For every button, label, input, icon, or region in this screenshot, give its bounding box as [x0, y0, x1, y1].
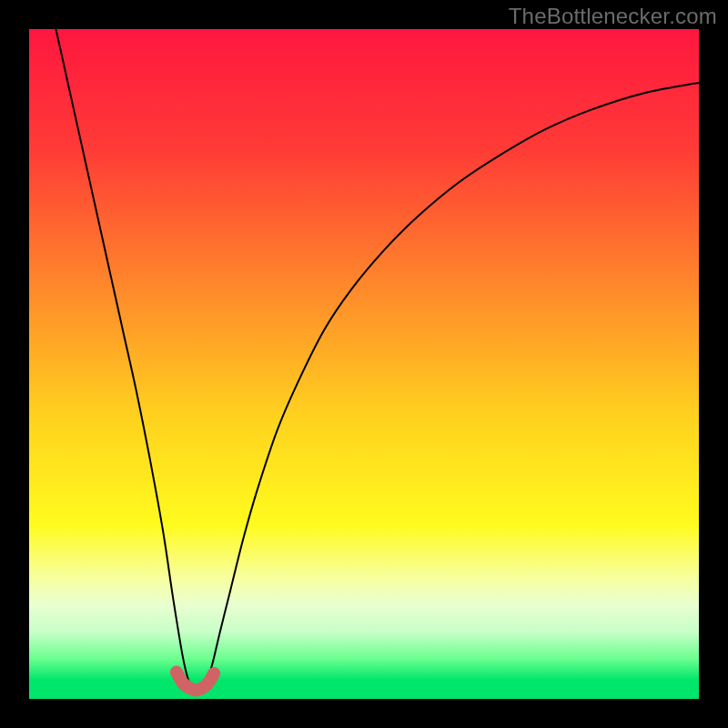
bottleneck-chart	[29, 29, 699, 699]
plot-area	[29, 29, 699, 699]
chart-frame: TheBottlenecker.com	[0, 0, 728, 728]
watermark-text: TheBottlenecker.com	[509, 4, 717, 29]
